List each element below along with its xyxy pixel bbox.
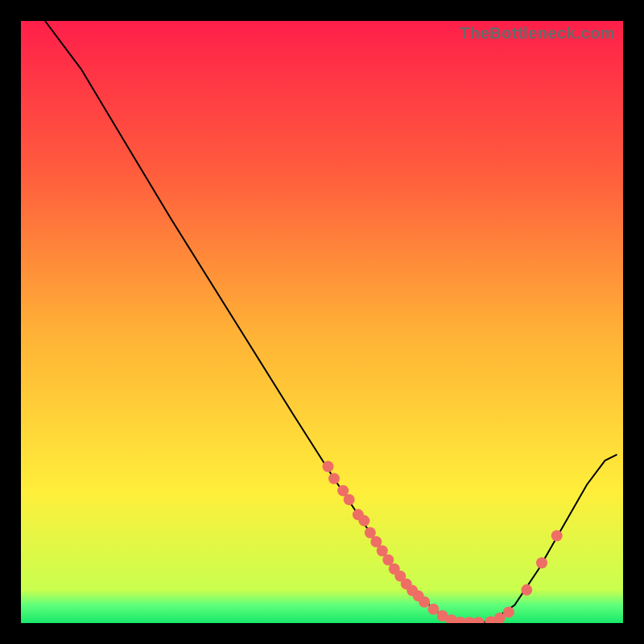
data-point bbox=[473, 617, 484, 623]
data-point bbox=[551, 530, 563, 542]
chart-stage: TheBottleneck.com bbox=[0, 0, 644, 644]
data-point bbox=[328, 473, 340, 484]
data-point bbox=[419, 597, 430, 608]
data-point bbox=[521, 584, 532, 596]
data-point bbox=[358, 515, 369, 526]
bottleneck-curve bbox=[45, 21, 617, 622]
chart-overlay bbox=[21, 21, 623, 623]
data-point bbox=[536, 557, 547, 568]
data-point bbox=[344, 494, 355, 506]
data-point bbox=[503, 607, 514, 618]
data-point bbox=[322, 461, 333, 473]
data-point bbox=[427, 604, 439, 615]
data-points-group bbox=[322, 461, 562, 623]
plot-area: TheBottleneck.com bbox=[21, 21, 623, 623]
